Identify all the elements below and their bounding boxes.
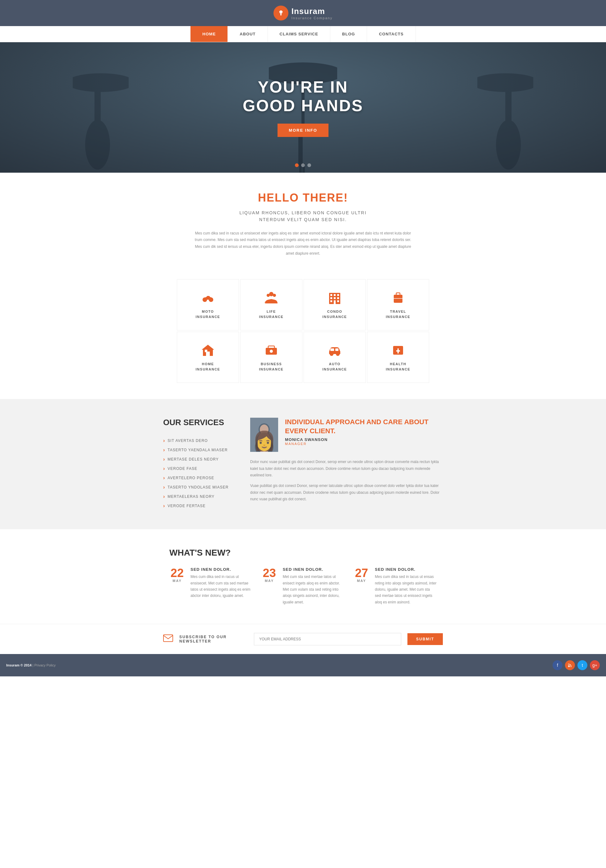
svg-rect-29 (394, 295, 402, 303)
insurance-card-condo[interactable]: CONDOINSURANCE (304, 279, 366, 330)
services-list: SIT AVERTAS DERO TASERTO YAENDALA MIASER… (163, 436, 238, 510)
svg-rect-30 (396, 293, 400, 295)
testimonial-top: INDIVIDUAL APPROACH AND CARE ABOUT EVERY… (250, 418, 443, 452)
service-item-5[interactable]: AVERTELERO PEROSE (163, 473, 238, 483)
social-facebook-button[interactable]: f (553, 660, 562, 670)
moto-label: MOTOINSURANCE (183, 309, 233, 319)
svg-point-7 (496, 120, 521, 170)
hero-cta-button[interactable]: MORE INFO (278, 124, 328, 137)
footer-privacy-link[interactable]: Privacy Policy (34, 663, 55, 667)
health-label: HEALTHINSURANCE (373, 361, 423, 372)
services-right: INDIVIDUAL APPROACH AND CARE ABOUT EVERY… (250, 418, 443, 503)
insurance-card-travel[interactable]: TRAVELINSURANCE (367, 279, 429, 330)
travel-label: TRAVELINSURANCE (373, 309, 423, 319)
insurance-card-life[interactable]: LIFEINSURANCE (240, 279, 302, 330)
testimonial-heading: INDIVIDUAL APPROACH AND CARE ABOUT EVERY… (285, 418, 443, 436)
nav-contacts[interactable]: CONTACTS (367, 26, 415, 42)
insurance-card-auto[interactable]: AUTOINSURANCE (304, 332, 366, 383)
testimonial-info: INDIVIDUAL APPROACH AND CARE ABOUT EVERY… (285, 418, 443, 446)
services-left: OUR SERVICES SIT AVERTAS DERO TASERTO YA… (163, 418, 238, 510)
condo-label: CONDOINSURANCE (310, 309, 359, 319)
home-label: HOMEINSURANCE (183, 361, 233, 372)
intro-subtitle: LIQUAM RHONCUS, LIBERO NON CONGUE ULTRI … (193, 209, 413, 223)
svg-point-41 (330, 352, 334, 356)
svg-rect-44 (335, 349, 339, 351)
svg-point-18 (273, 294, 276, 297)
hero-dot-1[interactable] (295, 163, 298, 167)
svg-rect-24 (334, 297, 336, 299)
news-item-2: 23 MAY SED INEN DOLOR. Met cum sta sed m… (262, 567, 345, 605)
news-day-2: 23 (262, 567, 277, 579)
service-item-1[interactable]: SIT AVERTAS DERO (163, 436, 238, 445)
newsletter-icon (163, 634, 173, 644)
service-item-7[interactable]: MERTAELERAS NEORY (163, 492, 238, 501)
svg-rect-21 (334, 294, 336, 296)
newsletter-email-input[interactable] (254, 633, 401, 645)
news-headline-1[interactable]: SED INEN DOLOR. (191, 567, 252, 572)
news-day-3: 27 (354, 567, 369, 579)
svg-rect-11 (298, 134, 303, 165)
logo[interactable]: Insuram Insurance Company (273, 6, 333, 20)
nav-blog[interactable]: BLOG (330, 26, 367, 42)
newsletter-label: SUBSCRIBE TO OUR NEWSLETTER (179, 635, 248, 643)
auto-icon (327, 343, 342, 358)
intro-section: HELLO THERE! LIQUAM RHONCUS, LIBERO NON … (0, 173, 606, 269)
social-rss-button[interactable] (565, 660, 575, 670)
news-headline-3[interactable]: SED INEN DOLOR. (375, 567, 437, 572)
news-item-3: 27 MAY SED INEN DOLOR. Mes cum dika sed … (354, 567, 437, 605)
svg-point-17 (267, 294, 270, 297)
insurance-card-health[interactable]: HEALTHINSURANCE (367, 332, 429, 383)
news-row: 22 MAY SED INEN DOLOR. Mes cum dika sed … (169, 567, 437, 605)
service-item-3[interactable]: MERTASE DELES NEORY (163, 455, 238, 464)
condo-icon (327, 290, 342, 305)
life-label: LIFEINSURANCE (247, 309, 296, 319)
svg-rect-26 (330, 300, 332, 302)
footer-copy: Insuram © 2014 | Privacy Policy (6, 663, 56, 667)
svg-rect-43 (330, 349, 334, 351)
service-item-2[interactable]: TASERTO YAENDALA MIASER (163, 445, 238, 455)
business-label: BUSINESSINSURANCE (247, 361, 296, 372)
news-content-1: SED INEN DOLOR. Mes cum dika sed in racu… (191, 567, 252, 605)
svg-rect-22 (337, 294, 339, 296)
hero-dot-2[interactable] (301, 163, 305, 167)
nav-home[interactable]: HOME (190, 26, 228, 42)
testimonial-role: MANAGER (285, 442, 443, 446)
nav-about[interactable]: ABOUT (228, 26, 267, 42)
svg-rect-40 (268, 346, 274, 349)
svg-rect-32 (395, 296, 396, 297)
news-content-2: SED INEN DOLOR. Met cum sta sed mertae l… (283, 567, 345, 605)
hero-dot-3[interactable] (308, 163, 311, 167)
news-content-3: SED INEN DOLOR. Mes cum dika sed in lacu… (375, 567, 437, 605)
news-item-1: 22 MAY SED INEN DOLOR. Mes cum dika sed … (169, 567, 252, 605)
social-twitter-button[interactable]: t (577, 660, 587, 670)
insurance-card-moto[interactable]: MOTOINSURANCE (177, 279, 239, 330)
svg-point-16 (269, 292, 273, 296)
travel-icon (391, 290, 406, 305)
brand-name: Insuram (292, 6, 325, 16)
news-headline-2[interactable]: SED INEN DOLOR. (283, 567, 345, 572)
svg-point-4 (85, 120, 110, 170)
insurance-card-business[interactable]: BUSINESSINSURANCE (240, 332, 302, 383)
newsletter-section: SUBSCRIBE TO OUR NEWSLETTER SUBMIT (0, 624, 606, 654)
news-day-1: 22 (169, 567, 185, 579)
services-title: OUR SERVICES (163, 418, 238, 427)
nav-claims[interactable]: CLAIMS SERVICE (268, 26, 330, 42)
news-text-3: Mes cum dika sed in lacus ut ensas retin… (375, 574, 437, 605)
newsletter-submit-button[interactable]: SUBMIT (407, 633, 443, 645)
insurance-section: MOTOINSURANCE LIFEINSURANCE CONDOINSURAN… (163, 269, 443, 399)
svg-rect-51 (163, 635, 173, 642)
svg-rect-20 (330, 294, 332, 296)
hero-title: YOU'RE IN GOOD HANDS (243, 78, 363, 115)
moto-icon (200, 290, 215, 305)
insurance-row-2: HOMEINSURANCE BUSINESSINSURANCE AUTOINSU… (169, 331, 437, 384)
site-footer: Insuram © 2014 | Privacy Policy f t g+ (0, 654, 606, 676)
insurance-card-home[interactable]: HOMEINSURANCE (177, 332, 239, 383)
social-google-button[interactable]: g+ (590, 660, 600, 670)
hero-section: YOU'RE IN GOOD HANDS MORE INFO (0, 42, 606, 173)
service-item-6[interactable]: TASERTO YNDOLASE MIASER (163, 483, 238, 492)
hero-dots (295, 163, 311, 167)
service-item-8[interactable]: VERODE FERTASE (163, 501, 238, 510)
svg-rect-28 (337, 300, 339, 302)
service-item-4[interactable]: VERODE FASE (163, 464, 238, 473)
insurance-row-1: MOTOINSURANCE LIFEINSURANCE CONDOINSURAN… (169, 279, 437, 331)
